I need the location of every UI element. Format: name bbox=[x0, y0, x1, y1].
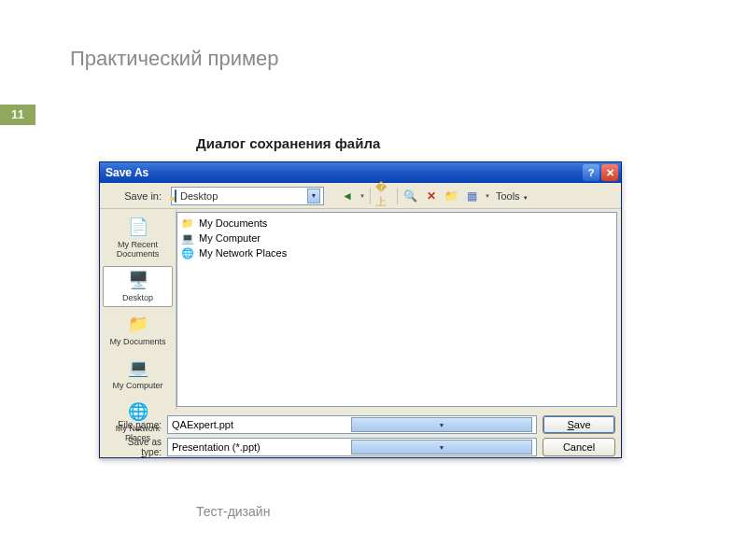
dialog-toolbar: Save in: Desktop ▼ ◄ ▼ �上 🔍 ✕ 📁 ▦ ▼ Tool… bbox=[100, 183, 621, 209]
file-label: My Computer bbox=[199, 232, 261, 244]
savein-label: Save in: bbox=[106, 190, 162, 202]
list-item[interactable]: 🌐 My Network Places bbox=[180, 245, 613, 260]
place-desktop[interactable]: 🖥️ Desktop bbox=[103, 266, 173, 307]
place-label: My Documents bbox=[109, 338, 165, 347]
file-label: My Network Places bbox=[199, 247, 287, 259]
place-label: My Recent Documents bbox=[105, 241, 171, 259]
place-label: My Computer bbox=[112, 382, 162, 391]
place-my-documents[interactable]: 📁 My Documents bbox=[103, 310, 173, 351]
list-item[interactable]: 💻 My Computer bbox=[180, 231, 613, 245]
my-documents-icon: 📁 bbox=[125, 314, 151, 336]
back-button[interactable]: ◄ bbox=[339, 188, 356, 204]
desktop-icon: 🖥️ bbox=[125, 270, 151, 292]
filename-input[interactable]: QAExpert.ppt ▼ bbox=[167, 415, 537, 434]
delete-button[interactable]: ✕ bbox=[423, 188, 440, 204]
cancel-button[interactable]: Cancel bbox=[543, 438, 615, 456]
dialog-titlebar[interactable]: Save As ? ✕ bbox=[100, 162, 621, 183]
savein-dropdown[interactable]: Desktop ▼ bbox=[171, 187, 324, 205]
place-label: Desktop bbox=[122, 294, 153, 303]
slide-title: Практический пример bbox=[70, 47, 279, 71]
up-folder-button[interactable]: �上 bbox=[375, 188, 392, 204]
help-button[interactable]: ? bbox=[583, 164, 599, 181]
file-label: My Documents bbox=[199, 217, 267, 229]
dialog-title: Save As bbox=[106, 166, 581, 179]
search-icon[interactable]: 🔍 bbox=[402, 188, 419, 204]
save-as-dialog: Save As ? ✕ Save in: Desktop ▼ ◄ ▼ �上 🔍 … bbox=[99, 161, 622, 458]
dialog-bottom: File name: QAExpert.ppt ▼ Save Save as t… bbox=[100, 410, 621, 460]
network-places-icon: 🌐 bbox=[180, 247, 195, 259]
savetype-dropdown[interactable]: Presentation (*.ppt) ▼ bbox=[167, 438, 537, 456]
chevron-down-icon[interactable]: ▼ bbox=[351, 440, 532, 455]
my-computer-icon: 💻 bbox=[125, 357, 151, 380]
views-button[interactable]: ▦ bbox=[464, 188, 481, 204]
close-icon: ✕ bbox=[606, 167, 614, 179]
desktop-icon bbox=[175, 190, 176, 202]
savetype-value: Presentation (*.ppt) bbox=[172, 441, 351, 453]
place-my-computer[interactable]: 💻 My Computer bbox=[103, 354, 173, 395]
separator bbox=[397, 188, 398, 204]
my-computer-icon: 💻 bbox=[180, 232, 195, 245]
filename-label: File name: bbox=[106, 420, 162, 430]
slide-subtitle: Диалог сохранения файла bbox=[196, 135, 380, 151]
slide-footer: Тест-дизайн bbox=[196, 504, 270, 519]
savetype-label: Save as type: bbox=[106, 437, 162, 457]
list-item[interactable]: 📁 My Documents bbox=[180, 216, 613, 231]
place-recent-documents[interactable]: 📄 My Recent Documents bbox=[103, 213, 173, 263]
tools-dropdown[interactable]: Tools ▼ bbox=[496, 190, 529, 202]
recent-documents-icon: 📄 bbox=[125, 217, 151, 239]
chevron-down-icon[interactable]: ▼ bbox=[307, 189, 320, 203]
places-bar: 📄 My Recent Documents 🖥️ Desktop 📁 My Do… bbox=[100, 209, 176, 410]
slide-number-badge: 11 bbox=[0, 105, 35, 125]
filename-value: QAExpert.ppt bbox=[172, 419, 351, 430]
folder-icon: 📁 bbox=[180, 217, 195, 230]
file-list[interactable]: 📁 My Documents 💻 My Computer 🌐 My Networ… bbox=[176, 212, 617, 407]
chevron-down-icon[interactable]: ▼ bbox=[351, 417, 532, 432]
savein-value: Desktop bbox=[180, 190, 218, 202]
save-button[interactable]: Save bbox=[543, 415, 615, 434]
close-button[interactable]: ✕ bbox=[601, 164, 618, 181]
separator bbox=[370, 188, 371, 204]
new-folder-button[interactable]: 📁 bbox=[444, 188, 460, 204]
